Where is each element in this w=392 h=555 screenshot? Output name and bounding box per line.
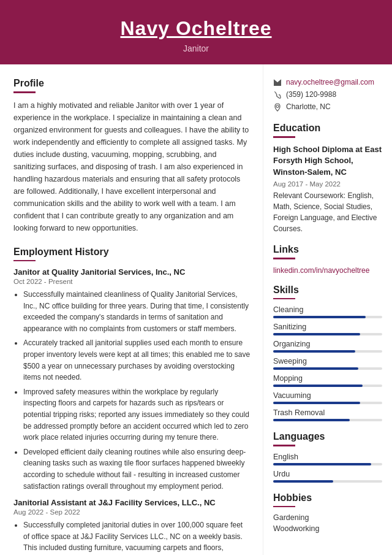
skills-list: Cleaning Sanitizing Organizing Sweeping … [273,305,382,421]
edu-heading: Education [273,123,382,134]
skill-item: Cleaning [273,305,382,318]
language-item: English [273,453,382,465]
hobby-item: Gardening [273,513,382,522]
job-entry-2: Janitorial Assistant at J&J Facility Ser… [13,498,251,555]
edu-divider [273,136,295,138]
language-item: Urdu [273,470,382,483]
bullet-1-3: Improved safety measures within the work… [23,386,251,443]
links-divider [273,258,295,259]
skill-label: Trash Removal [273,408,382,417]
links-section: Links linkedin.com/in/navyocheltree [273,244,382,275]
candidate-name: Navy Ocheltree [12,17,380,40]
skill-label: Mopping [273,374,382,383]
languages-heading: Languages [273,431,382,442]
edu-coursework: Relevant Coursework: English, Math, Scie… [273,190,382,234]
language-bar-bg [273,480,382,483]
body-wrap: Profile I am a highly motivated and reli… [0,64,392,555]
job-entry-1: Janitor at Quality Janitorial Services, … [13,267,251,492]
bullet-1-4: Developed efficient daily cleaning routi… [23,446,251,492]
skills-divider [273,298,295,300]
job-bullets-1: Successfully maintained cleanliness of Q… [13,289,251,492]
email-icon [273,78,282,87]
skill-bar-fill [273,385,363,387]
svg-point-0 [276,105,279,108]
bullet-1-1: Successfully maintained cleanliness of Q… [23,289,251,334]
language-label: Urdu [273,470,382,478]
employment-heading: Employment History [13,247,251,258]
contact-phone-item: (359) 120-9988 [273,90,382,99]
location-text: Charlotte, NC [286,102,331,111]
skill-bar-bg [273,350,382,353]
language-bar-fill [273,463,371,465]
languages-section: Languages English Urdu [273,431,382,483]
phone-icon [273,91,282,99]
contact-email-item: navy.ocheltree@gmail.com [273,78,382,87]
skill-bar-fill [273,402,360,404]
profile-section: Profile I am a highly motivated and reli… [13,78,251,234]
skill-label: Sanitizing [273,323,382,331]
skill-label: Sweeping [273,357,382,366]
skill-bar-bg [273,333,382,335]
profile-heading: Profile [13,78,251,89]
languages-divider [273,445,295,446]
profile-text: I am a highly motivated and reliable Jan… [13,99,251,234]
skill-item: Trash Removal [273,408,382,421]
skill-item: Mopping [273,374,382,387]
skill-bar-bg [273,402,382,404]
contact-location-item: Charlotte, NC [273,102,382,112]
edu-degree: High School Diploma at East Forsyth High… [273,144,382,179]
hobbies-heading: Hobbies [273,492,382,503]
page-header: Navy Ocheltree Janitor [0,0,392,64]
skill-bar-fill [273,316,366,318]
skills-section: Skills Cleaning Sanitizing Organizing Sw… [273,285,382,422]
email-link[interactable]: navy.ocheltree@gmail.com [286,78,374,86]
employment-section: Employment History Janitor at Quality Ja… [13,247,251,556]
skill-bar-fill [273,367,358,370]
education-section: Education High School Diploma at East Fo… [273,123,382,234]
bullet-2-1: Successfully completed janitorial duties… [23,519,251,555]
skill-item: Vacuuming [273,391,382,404]
links-heading: Links [273,244,382,255]
right-column: navy.ocheltree@gmail.com (359) 120-9988 … [263,64,392,555]
skill-item: Sweeping [273,357,382,370]
skill-label: Organizing [273,340,382,348]
linkedin-link[interactable]: linkedin.com/in/navyocheltree [273,266,369,275]
left-column: Profile I am a highly motivated and reli… [0,64,263,555]
languages-list: English Urdu [273,453,382,483]
hobbies-section: Hobbies GardeningWoodworking [273,492,382,534]
location-icon [273,103,282,112]
job-bullets-2: Successfully completed janitorial duties… [13,519,251,555]
edu-dates: Aug 2017 - May 2022 [273,180,382,188]
phone-text: (359) 120-9988 [286,90,336,99]
language-bar-bg [273,463,382,465]
bullet-1-2: Accurately tracked all janitorial suppli… [23,337,251,383]
job-title-1: Janitor at Quality Janitorial Services, … [13,267,251,277]
skills-heading: Skills [273,285,382,296]
contact-section: navy.ocheltree@gmail.com (359) 120-9988 … [273,78,382,112]
job-dates-2: Aug 2022 - Sep 2022 [13,508,251,516]
hobbies-list: GardeningWoodworking [273,513,382,533]
skill-label: Cleaning [273,305,382,314]
hobbies-divider [273,506,295,508]
skill-bar-fill [273,333,360,335]
skill-bar-bg [273,367,382,370]
skill-item: Sanitizing [273,323,382,335]
language-label: English [273,453,382,461]
skill-label: Vacuuming [273,391,382,400]
skill-bar-fill [273,350,355,353]
job-dates-1: Oct 2022 - Present [13,278,251,285]
skill-bar-fill [273,419,350,421]
candidate-title: Janitor [12,44,380,53]
profile-divider [13,91,36,93]
employment-divider [13,260,36,262]
hobby-item: Woodworking [273,524,382,533]
skill-bar-bg [273,316,382,318]
skill-bar-bg [273,419,382,421]
skill-item: Organizing [273,340,382,353]
language-bar-fill [273,480,333,483]
skill-bar-bg [273,385,382,387]
job-title-2: Janitorial Assistant at J&J Facility Ser… [13,498,251,507]
